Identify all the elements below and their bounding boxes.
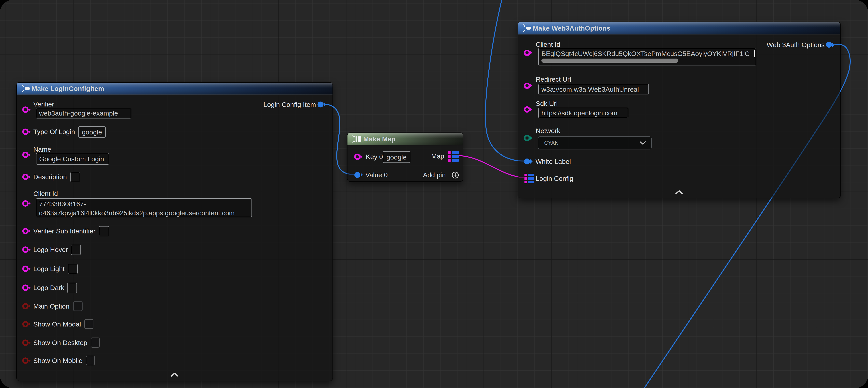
client-id-line2: q463s7kpvja16l4l0kko3nb925ikds2p.apps.go… <box>39 208 235 217</box>
pin-show-on-modal[interactable] <box>22 321 32 327</box>
pin-white-label[interactable] <box>524 158 534 165</box>
pin-label-main-option: Main Option <box>33 302 69 310</box>
pin-label-key-0: Key 0 <box>366 153 383 161</box>
pin-client-id[interactable] <box>22 200 32 207</box>
value-text: https://sdk.openlogin.com <box>541 109 618 117</box>
pin-logo-light[interactable] <box>22 265 32 272</box>
network-dropdown[interactable]: CYAN <box>538 137 652 149</box>
pin-redirect-url[interactable] <box>524 82 534 89</box>
node-title: Make Map <box>363 135 396 143</box>
pin-label-login-config: Login Config <box>536 175 574 182</box>
pin-map-output[interactable] <box>447 151 459 162</box>
pin-verifier[interactable] <box>22 106 32 113</box>
pin-label-login-config-item: Login Config Item <box>264 100 316 109</box>
pin-label-sdk-url: Sdk Url <box>536 99 558 108</box>
value-text: BEglQSgt4cUWcj6SKRdu5QkOXTsePmMcusG5EAoy… <box>541 50 749 58</box>
client-id-scrollbar[interactable] <box>541 59 678 63</box>
pin-show-on-desktop[interactable] <box>22 339 32 346</box>
blueprint-graph-canvas[interactable]: Make LoginConfigItem Login Config Item V… <box>0 0 868 388</box>
value-text: google <box>82 128 102 136</box>
pin-label-client-id: Client Id <box>33 190 58 198</box>
pin-label-value-0: Value 0 <box>365 171 388 179</box>
show-on-mobile-checkbox[interactable] <box>86 356 95 365</box>
pin-label-verifier: Verifier <box>33 100 54 108</box>
node-make-loginconfigitem[interactable]: Make LoginConfigItem Login Config Item V… <box>17 82 333 381</box>
pin-main-option[interactable] <box>22 303 32 309</box>
pin-description[interactable] <box>22 174 32 180</box>
pin-label-show-on-modal: Show On Modal <box>33 320 81 328</box>
pin-logo-dark[interactable] <box>22 284 32 291</box>
make-struct-icon <box>22 84 31 93</box>
pin-label-show-on-mobile: Show On Mobile <box>33 357 82 364</box>
pin-label-network: Network <box>536 127 560 135</box>
node-make-web3authoptions[interactable]: Make Web3AuthOptions Web 3Auth Options C… <box>518 22 841 198</box>
logo-hover-input[interactable] <box>71 245 81 255</box>
verifier-sub-identifier-input[interactable] <box>99 226 109 236</box>
chevron-down-icon <box>639 141 646 145</box>
pin-name[interactable] <box>22 151 32 158</box>
pin-label-logo-dark: Logo Dark <box>33 284 64 292</box>
pin-type-of-login[interactable] <box>22 128 32 135</box>
key-0-input[interactable]: google <box>383 151 410 163</box>
make-map-icon <box>352 135 362 143</box>
collapse-node-chevron-icon[interactable] <box>170 372 179 377</box>
pin-label-map: Map <box>431 152 444 160</box>
collapse-node-chevron-icon[interactable] <box>675 190 684 195</box>
pin-label-client-id: Client Id <box>536 40 560 48</box>
value-text: google <box>386 153 407 161</box>
show-on-desktop-checkbox[interactable] <box>91 337 100 348</box>
pin-label-logo-light: Logo Light <box>33 265 65 273</box>
node-make-loginconfigitem-header[interactable]: Make LoginConfigItem <box>17 83 333 95</box>
add-pin-label[interactable]: Add pin <box>423 171 446 179</box>
logo-light-input[interactable] <box>68 264 78 274</box>
pin-label-show-on-desktop: Show On Desktop <box>33 339 87 347</box>
pin-login-config-item[interactable] <box>317 101 327 108</box>
node-make-web3authoptions-header[interactable]: Make Web3AuthOptions <box>518 22 840 34</box>
main-option-checkbox[interactable] <box>73 301 83 311</box>
client-id-input[interactable]: BEglQSgt4cUWcj6SKRdu5QkOXTsePmMcusG5EAoy… <box>538 48 756 65</box>
pin-key-0[interactable] <box>354 153 364 160</box>
pin-value-0[interactable] <box>354 172 364 178</box>
pin-logo-hover[interactable] <box>22 246 32 253</box>
add-pin-icon[interactable] <box>452 171 459 179</box>
pin-label-type-of-login: Type Of Login <box>33 128 75 136</box>
pin-web3auth-options[interactable] <box>826 41 836 48</box>
pin-sdk-url[interactable] <box>524 106 534 113</box>
pin-verifier-sub-identifier[interactable] <box>22 228 32 234</box>
type-of-login-input[interactable]: google <box>78 126 106 138</box>
node-title: Make Web3AuthOptions <box>533 24 611 32</box>
client-id-input[interactable]: 774338308167- q463s7kpvja16l4l0kko3nb925… <box>36 198 252 217</box>
node-make-map[interactable]: Make Map Key 0 google Map Value 0 Add pi <box>347 132 463 182</box>
pin-client-id[interactable] <box>524 50 534 56</box>
name-input[interactable]: Google Custom Login <box>36 153 109 165</box>
sdk-url-input[interactable]: https://sdk.openlogin.com <box>538 108 628 118</box>
pin-label-verifier-sub-identifier: Verifier Sub Identifier <box>33 227 96 235</box>
verifier-input[interactable]: web3auth-google-example <box>36 108 131 118</box>
pin-label-redirect-url: Redirect Url <box>536 75 571 83</box>
pin-label-web3auth-options: Web 3Auth Options <box>767 41 825 49</box>
pin-label-white-label: White Label <box>535 157 571 166</box>
client-id-line1: 774338308167- <box>39 199 235 208</box>
redirect-url-input[interactable]: w3a://com.w3a.Web3AuthUnreal <box>538 84 649 94</box>
value-text: w3a://com.w3a.Web3AuthUnreal <box>541 85 639 93</box>
pin-network[interactable] <box>524 135 534 141</box>
pin-show-on-mobile[interactable] <box>22 357 32 364</box>
client-id-value-text: 774338308167- q463s7kpvja16l4l0kko3nb925… <box>39 199 235 217</box>
value-text: web3auth-google-example <box>39 110 118 117</box>
pin-login-config[interactable] <box>524 174 534 183</box>
pin-label-logo-hover: Logo Hover <box>33 246 68 253</box>
pin-label-description: Description <box>33 173 67 181</box>
value-text: Google Custom Login <box>39 155 104 163</box>
show-on-modal-checkbox[interactable] <box>84 319 93 329</box>
text-caret <box>754 50 755 57</box>
logo-dark-input[interactable] <box>67 283 77 293</box>
dropdown-value-text: CYAN <box>544 140 559 146</box>
description-input[interactable] <box>70 172 80 182</box>
node-make-map-header[interactable]: Make Map <box>347 133 463 145</box>
pin-label-name: Name <box>33 145 51 153</box>
make-struct-icon <box>523 24 532 33</box>
node-title: Make LoginConfigItem <box>32 85 104 92</box>
